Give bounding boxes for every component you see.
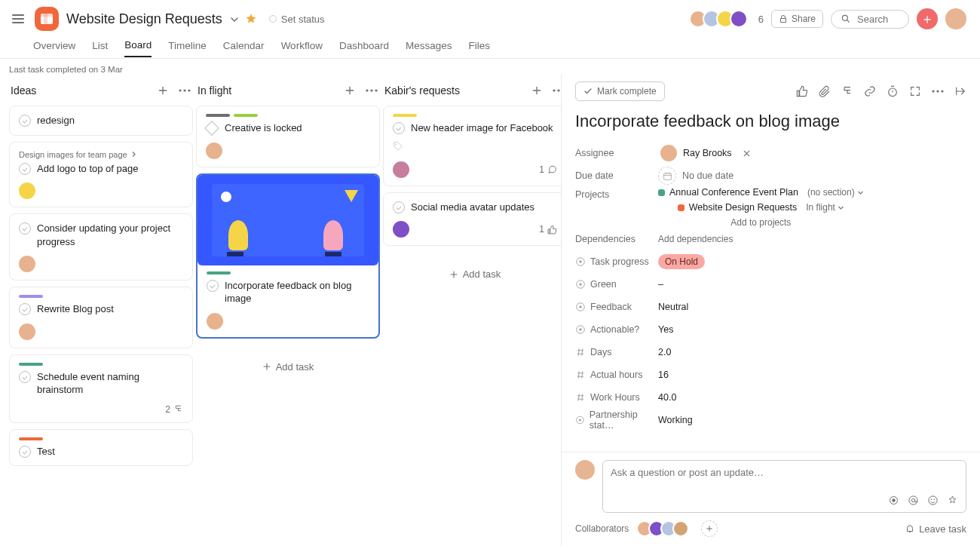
svg-point-28 (908, 495, 917, 504)
card-title: Rewrite Blog post (37, 302, 114, 316)
field-value[interactable]: 2.0 (658, 347, 671, 357)
complete-toggle[interactable] (19, 163, 31, 175)
card-pills (207, 271, 369, 274)
search-box[interactable] (831, 10, 909, 29)
task-title[interactable]: Incorporate feedback on blog image (562, 109, 980, 142)
tab-timeline[interactable]: Timeline (168, 40, 207, 57)
tab-calendar[interactable]: Calendar (223, 40, 265, 57)
appreciate-icon[interactable] (946, 494, 958, 506)
complete-toggle[interactable] (19, 222, 31, 235)
attachment-icon[interactable] (819, 85, 831, 97)
task-card[interactable]: redesign (9, 106, 193, 136)
subtasks-icon[interactable] (841, 85, 853, 97)
complete-toggle[interactable] (19, 115, 31, 127)
column-title: Ideas (11, 84, 149, 97)
emoji-icon[interactable] (926, 494, 939, 506)
task-card[interactable]: Design images for team page Add logo to … (9, 142, 193, 208)
dependencies-label: Dependencies (575, 234, 658, 244)
complete-toggle[interactable] (19, 371, 31, 383)
project-chip[interactable]: Website Design Requests (678, 202, 798, 213)
field-label: Actual hours (575, 370, 658, 380)
complete-toggle[interactable] (19, 446, 31, 458)
close-panel-icon[interactable] (954, 85, 966, 97)
field-value[interactable]: 16 (658, 370, 669, 380)
field-value[interactable]: Yes (658, 324, 673, 335)
more-icon[interactable] (932, 85, 944, 97)
fullscreen-icon[interactable] (909, 85, 921, 97)
card-title: Add logo to top of page (37, 162, 138, 176)
field-value[interactable]: – (658, 279, 663, 290)
add-to-projects-link[interactable]: Add to projects (730, 217, 791, 228)
column-add-button[interactable] (529, 83, 544, 98)
like-icon[interactable] (796, 85, 808, 97)
task-card[interactable]: Incorporate feedback on blog image (196, 173, 380, 339)
task-card[interactable]: Rewrite Blog post (9, 287, 193, 348)
tab-board[interactable]: Board (124, 39, 152, 57)
add-dependencies-link[interactable]: Add dependencies (658, 234, 733, 244)
project-icon (35, 7, 59, 31)
card-title: New header image for Facebook (411, 121, 553, 135)
column-title: In flight (198, 84, 336, 97)
tab-messages[interactable]: Messages (406, 40, 452, 57)
current-user-avatar[interactable] (945, 8, 966, 29)
task-card[interactable]: Social media avatar updates1 (383, 192, 561, 247)
svg-point-4 (366, 89, 368, 91)
task-card[interactable]: Test (9, 429, 193, 467)
due-date-value[interactable]: No due date (658, 167, 733, 185)
field-value-pill[interactable]: On Hold (658, 254, 705, 269)
card-pills (19, 437, 183, 440)
card-parent-link[interactable]: Design images for team page (19, 150, 183, 159)
share-button[interactable]: Share (771, 10, 823, 28)
project-section-dropdown[interactable]: In flight (806, 202, 844, 213)
svg-rect-15 (663, 173, 671, 179)
task-card[interactable]: Creative is locked (196, 106, 380, 167)
add-task-button[interactable]: Add task (196, 354, 380, 380)
comment-input[interactable] (611, 467, 958, 489)
task-card[interactable]: Consider updating your project progress (9, 213, 193, 281)
copy-link-icon[interactable] (864, 85, 876, 97)
tab-workflow[interactable]: Workflow (281, 40, 323, 57)
comment-box[interactable] (602, 460, 966, 513)
tab-files[interactable]: Files (468, 40, 490, 57)
field-value[interactable]: Working (658, 415, 693, 425)
field-value[interactable]: Neutral (658, 302, 688, 312)
star-icon[interactable] (245, 13, 257, 25)
add-collaborator-button[interactable]: ＋ (701, 520, 718, 537)
card-assignee-avatar (207, 313, 223, 330)
mark-complete-button[interactable]: Mark complete (575, 81, 665, 101)
project-chip[interactable]: Annual Conference Event Plan (658, 187, 798, 198)
remove-assignee-icon[interactable] (743, 149, 751, 158)
assignee-chip[interactable]: Ray Brooks (658, 143, 737, 164)
menu-toggle[interactable] (9, 10, 27, 28)
project-dropdown-chevron[interactable] (230, 15, 237, 23)
complete-toggle[interactable] (393, 201, 405, 213)
search-input[interactable] (857, 14, 902, 25)
record-video-icon[interactable] (887, 494, 899, 506)
complete-toggle[interactable] (207, 280, 219, 292)
leave-task-button[interactable]: Leave task (905, 523, 966, 535)
column-add-button[interactable] (342, 83, 357, 98)
global-add-button[interactable]: ＋ (917, 8, 938, 29)
add-task-button[interactable]: Add task (383, 261, 561, 287)
mention-icon[interactable] (907, 494, 919, 506)
milestone-icon[interactable] (204, 121, 219, 136)
tab-dashboard[interactable]: Dashboard (339, 40, 389, 57)
task-card[interactable]: Schedule event naming brainstorm2 (9, 354, 193, 423)
board-column: Kabir's requestsNew header image for Fac… (383, 80, 561, 540)
task-card[interactable]: New header image for Facebook1 (383, 106, 561, 186)
timer-icon[interactable] (887, 85, 899, 97)
column-menu-button[interactable] (363, 87, 380, 94)
tab-list[interactable]: List (92, 40, 108, 57)
complete-toggle[interactable] (19, 303, 31, 315)
column-menu-button[interactable] (176, 87, 193, 94)
card-assignee-avatar (19, 324, 35, 340)
complete-toggle[interactable] (393, 122, 405, 134)
collaborators-stack[interactable] (636, 520, 689, 537)
tab-overview[interactable]: Overview (33, 40, 75, 57)
project-members[interactable] (689, 10, 748, 28)
field-value[interactable]: 40.0 (658, 392, 676, 403)
set-status[interactable]: Set status (269, 14, 325, 25)
column-add-button[interactable] (155, 83, 170, 98)
column-menu-button[interactable] (550, 87, 561, 94)
project-section-dropdown[interactable]: (no section) (807, 187, 864, 198)
